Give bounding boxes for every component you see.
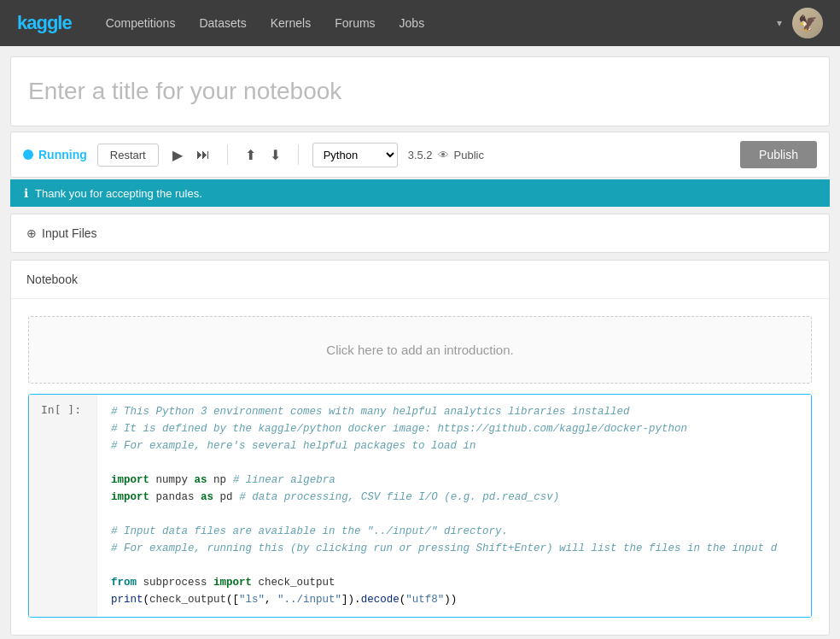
navbar-left: kaggle Competitions Datasets Kernels For… [17,12,424,34]
navbar: kaggle Competitions Datasets Kernels For… [0,0,840,46]
info-banner: ℹ Thank you for accepting the rules. [10,179,830,207]
intro-text: Click here to add an introduction. [326,343,513,357]
save-icon[interactable]: ⬆ [242,145,260,165]
cell-prompt: In[ ]: [29,395,97,617]
status-dot [23,149,33,160]
separator-1 [227,144,228,165]
notebook-header: Notebook [11,261,829,299]
kaggle-logo[interactable]: kaggle [17,12,72,34]
nav-competitions[interactable]: Competitions [106,16,176,30]
input-files-section: ⊕ Input Files [10,214,830,253]
toolbar: Running Restart ▶ ⏭ ⬆ ⬇ Python 3.5.2 👁 P… [10,132,830,178]
input-files-toggle[interactable]: ⊕ Input Files [26,226,814,240]
info-icon: ℹ [24,186,28,200]
notebook-body: Click here to add an introduction. In[ ]… [11,299,829,635]
nav-datasets[interactable]: Datasets [199,16,246,30]
dropdown-arrow-icon[interactable]: ▾ [777,17,782,29]
version-number: 3.5.2 [408,149,433,161]
version-info: 3.5.2 👁 Public [408,149,484,161]
download-icon[interactable]: ⬇ [266,145,284,165]
nav-jobs[interactable]: Jobs [400,16,425,30]
nav-forums[interactable]: Forums [335,16,375,30]
main-content: Running Restart ▶ ⏭ ⬆ ⬇ Python 3.5.2 👁 P… [0,46,840,639]
info-message: Thank you for accepting the rules. [35,187,202,200]
run-icon[interactable]: ▶ [169,145,186,165]
intro-area[interactable]: Click here to add an introduction. [28,316,812,384]
notebook-label: Notebook [26,273,78,286]
publish-button[interactable]: Publish [740,141,817,168]
cell-code[interactable]: # This Python 3 environment comes with m… [97,395,811,617]
code-cell: In[ ]: # This Python 3 environment comes… [28,394,812,618]
run-all-icon[interactable]: ⏭ [193,145,213,164]
user-avatar[interactable]: 🦅 [792,8,823,38]
notebook-section: Notebook Click here to add an introducti… [10,260,830,636]
title-section [10,56,830,126]
cell-header: In[ ]: # This Python 3 environment comes… [29,395,811,617]
visibility-label: Public [454,149,484,161]
restart-button[interactable]: Restart [97,144,159,167]
status-text: Running [38,148,87,161]
toolbar-run-icons: ▶ ⏭ [169,145,213,165]
language-select[interactable]: Python [312,143,398,167]
navbar-right: ▾ 🦅 [777,8,823,38]
input-files-label: Input Files [42,226,97,240]
expand-icon: ⊕ [26,226,37,240]
nav-kernels[interactable]: Kernels [271,16,311,30]
toolbar-save-icons: ⬆ ⬇ [242,145,284,165]
visibility-icon: 👁 [438,149,449,161]
nav-links: Competitions Datasets Kernels Forums Job… [106,16,424,30]
notebook-title-input[interactable] [11,57,829,126]
avatar-image: 🦅 [792,8,823,38]
separator-2 [298,144,299,165]
status-indicator: Running [23,148,87,161]
